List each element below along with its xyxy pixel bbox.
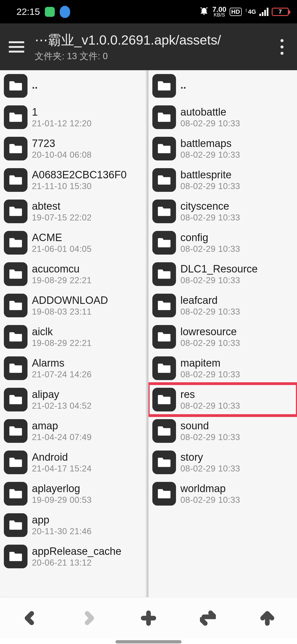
list-item[interactable]: leafcard 08-02-29 10:33: [148, 290, 297, 321]
alarm-icon: [199, 6, 209, 18]
item-name: mapitem: [180, 357, 240, 369]
item-date: 19-09-29 00:53: [32, 495, 92, 505]
list-item[interactable]: ACME 21-06-01 04:05: [0, 227, 147, 258]
list-item-texts: alipay 21-02-13 04:52: [32, 389, 92, 411]
item-date: 08-02-29 10:33: [180, 244, 240, 254]
list-item[interactable]: aiclk 19-08-29 22:21: [0, 321, 147, 353]
app-bar-titles[interactable]: ⋯霸业_v1.0.0.2691.apk/assets/ 文件夹: 13 文件: …: [35, 31, 272, 62]
list-item-texts: aplayerlog 19-09-29 00:53: [32, 483, 92, 505]
item-name: DLC1_Resource: [180, 263, 258, 275]
item-date: 08-02-29 10:33: [180, 401, 240, 411]
status-right: 7.00 KB/S HD ↕4G 7: [199, 6, 289, 18]
qq-icon: [60, 6, 70, 18]
list-item-texts: lowresource 08-02-29 10:33: [180, 326, 240, 348]
item-name: abtest: [32, 200, 92, 212]
status-bar: 22:15 7.00 KB/S HD ↕4G 7: [0, 0, 297, 23]
list-item[interactable]: story 08-02-29 10:33: [148, 447, 297, 478]
list-item-texts: sound 08-02-29 10:33: [180, 420, 240, 442]
item-name: worldmap: [180, 483, 240, 495]
list-item-texts: mapitem 08-02-29 10:33: [180, 357, 240, 380]
item-name: A0683E2CBC136F0: [32, 169, 127, 181]
list-item-texts: app 20-11-30 21:46: [32, 514, 92, 536]
bottom-toolbar: [0, 597, 297, 638]
dual-pane: .. 1 21-01-12 12:20 7723 20-10-04 06:08 …: [0, 70, 297, 597]
list-item[interactable]: A0683E2CBC136F0 21-11-10 15:30: [0, 164, 147, 196]
list-item[interactable]: res 08-02-29 10:33: [148, 384, 297, 415]
folder-icon: [4, 74, 28, 98]
list-item[interactable]: worldmap 08-02-29 10:33: [148, 478, 297, 509]
folder-icon: [152, 262, 176, 286]
list-item-texts: leafcard 08-02-29 10:33: [180, 294, 240, 317]
app-icon-1: [45, 7, 55, 17]
list-item[interactable]: alipay 21-02-13 04:52: [0, 384, 147, 415]
list-item[interactable]: ..: [148, 70, 297, 102]
right-pane[interactable]: .. autobattle 08-02-29 10:33 battlemaps …: [148, 70, 297, 597]
list-item[interactable]: 1 21-01-12 12:20: [0, 102, 147, 133]
hd-icon: HD: [230, 8, 242, 16]
folder-icon: [152, 482, 176, 506]
list-item[interactable]: mapitem 08-02-29 10:33: [148, 353, 297, 384]
back-button[interactable]: [10, 602, 49, 635]
forward-button[interactable]: [70, 602, 108, 635]
list-item[interactable]: battlemaps 08-02-29 10:33: [148, 133, 297, 164]
item-name: ..: [32, 79, 38, 91]
list-item[interactable]: appRelease_cache 20-06-21 13:12: [0, 541, 147, 572]
up-button[interactable]: [248, 602, 287, 635]
item-date: 08-02-29 10:33: [180, 464, 240, 474]
status-left: 22:15: [16, 6, 70, 18]
list-item[interactable]: 7723 20-10-04 06:08: [0, 133, 147, 164]
list-item-texts: worldmap 08-02-29 10:33: [180, 483, 240, 505]
swap-panes-button[interactable]: [189, 602, 227, 635]
list-item[interactable]: autobattle 08-02-29 10:33: [148, 102, 297, 133]
folder-icon: [152, 168, 176, 192]
list-item[interactable]: app 20-11-30 21:46: [0, 509, 147, 541]
item-name: 1: [32, 106, 92, 118]
item-date: 21-04-24 07:49: [32, 432, 92, 442]
folder-icon: [152, 419, 176, 443]
list-item[interactable]: abtest 19-07-15 22:02: [0, 196, 147, 227]
item-name: leafcard: [180, 294, 240, 306]
list-item-texts: res 08-02-29 10:33: [180, 389, 240, 411]
list-item[interactable]: battlesprite 08-02-29 10:33: [148, 164, 297, 196]
list-item[interactable]: ADDOWNLOAD 19-08-03 23:11: [0, 290, 147, 321]
item-name: autobattle: [180, 106, 240, 118]
item-name: Alarms: [32, 357, 92, 369]
item-date: 08-02-29 10:33: [180, 370, 240, 380]
item-date: 19-08-03 23:11: [32, 307, 108, 317]
item-name: amap: [32, 420, 92, 432]
item-name: ADDOWNLOAD: [32, 294, 108, 306]
item-date: 08-02-29 10:33: [180, 119, 240, 129]
folder-icon: [152, 388, 176, 411]
nav-handle[interactable]: [116, 640, 182, 643]
list-item[interactable]: lowresource 08-02-29 10:33: [148, 321, 297, 353]
list-item[interactable]: Alarms 21-07-24 14:26: [0, 353, 147, 384]
left-pane[interactable]: .. 1 21-01-12 12:20 7723 20-10-04 06:08 …: [0, 70, 148, 597]
list-item-texts: cityscence 08-02-29 10:33: [180, 200, 240, 223]
list-item[interactable]: aplayerlog 19-09-29 00:53: [0, 478, 147, 509]
list-item-texts: ADDOWNLOAD 19-08-03 23:11: [32, 294, 108, 317]
status-time: 22:15: [16, 6, 40, 17]
swap-icon: [200, 610, 216, 626]
item-date: 19-07-15 22:02: [32, 213, 92, 223]
item-name: Android: [32, 451, 92, 463]
folder-icon: [4, 200, 28, 223]
list-item[interactable]: acucomcu 19-08-29 22:21: [0, 258, 147, 290]
item-name: battlemaps: [180, 138, 240, 149]
list-item[interactable]: config 08-02-29 10:33: [148, 227, 297, 258]
add-button[interactable]: [129, 602, 168, 635]
list-item[interactable]: amap 21-04-24 07:49: [0, 415, 147, 447]
menu-button[interactable]: [6, 36, 28, 58]
list-item[interactable]: ..: [0, 70, 147, 102]
list-item[interactable]: DLC1_Resource 08-02-29 10:33: [148, 258, 297, 290]
list-item[interactable]: Android 21-04-17 15:24: [0, 447, 147, 478]
item-name: aiclk: [32, 326, 92, 338]
folder-icon: [4, 482, 28, 506]
list-item-texts: 1 21-01-12 12:20: [32, 106, 92, 129]
item-date: 21-07-24 14:26: [32, 370, 92, 380]
list-item[interactable]: cityscence 08-02-29 10:33: [148, 196, 297, 227]
more-button[interactable]: [272, 33, 292, 61]
folder-icon: [152, 137, 176, 160]
folder-icon: [152, 74, 176, 98]
path-title: ⋯霸业_v1.0.0.2691.apk/assets/: [35, 31, 272, 49]
list-item[interactable]: sound 08-02-29 10:33: [148, 415, 297, 447]
